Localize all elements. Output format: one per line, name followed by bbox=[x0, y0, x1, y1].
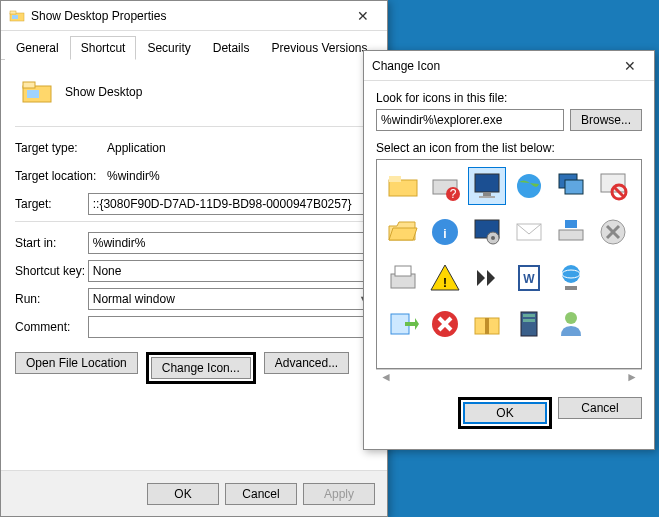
svg-text:?: ? bbox=[450, 187, 457, 201]
highlight-change-icon: Change Icon... bbox=[146, 352, 256, 384]
advanced-button[interactable]: Advanced... bbox=[264, 352, 349, 374]
blank-icon[interactable] bbox=[595, 306, 631, 342]
properties-footer: OK Cancel Apply bbox=[1, 470, 387, 516]
tab-general[interactable]: General bbox=[5, 36, 70, 60]
svg-rect-47 bbox=[523, 319, 535, 322]
windows-cascade-icon[interactable] bbox=[553, 168, 589, 204]
screen-blocked-icon[interactable] bbox=[595, 168, 631, 204]
folder-icon[interactable] bbox=[385, 168, 421, 204]
envelope-icon[interactable] bbox=[511, 214, 547, 250]
cancel-button[interactable]: Cancel bbox=[225, 483, 297, 505]
look-for-label: Look for icons in this file: bbox=[376, 91, 642, 105]
folder-icon bbox=[9, 8, 25, 24]
start-in-label: Start in: bbox=[15, 236, 88, 250]
shortcut-key-input[interactable] bbox=[88, 260, 373, 282]
info-icon[interactable]: i bbox=[427, 214, 463, 250]
svg-rect-2 bbox=[12, 15, 18, 19]
change-icon-window: Change Icon ✕ Look for icons in this fil… bbox=[363, 50, 655, 450]
svg-text:!: ! bbox=[443, 276, 447, 290]
svg-text:i: i bbox=[443, 227, 446, 241]
run-select-value: Normal window bbox=[93, 292, 175, 306]
change-icon-body: Look for icons in this file: Browse... S… bbox=[364, 81, 654, 439]
tab-bar: General Shortcut Security Details Previo… bbox=[1, 31, 387, 60]
user-account-icon[interactable] bbox=[553, 306, 589, 342]
ok-button[interactable]: OK bbox=[147, 483, 219, 505]
shortcut-key-label: Shortcut key: bbox=[15, 264, 88, 278]
svg-point-48 bbox=[565, 312, 577, 324]
properties-window: Show Desktop Properties ✕ General Shortc… bbox=[0, 0, 388, 517]
svg-rect-38 bbox=[565, 286, 577, 290]
icon-path-input[interactable] bbox=[376, 109, 564, 131]
tab-security[interactable]: Security bbox=[136, 36, 201, 60]
change-icon-button[interactable]: Change Icon... bbox=[151, 357, 251, 379]
svg-rect-6 bbox=[389, 180, 417, 196]
open-folder-icon[interactable] bbox=[385, 214, 421, 250]
svg-rect-13 bbox=[479, 196, 495, 198]
run-select[interactable]: Normal window ▼ bbox=[88, 288, 373, 310]
tab-previous-versions[interactable]: Previous Versions bbox=[260, 36, 378, 60]
fast-forward-icon[interactable] bbox=[469, 260, 505, 296]
gear-monitor-icon[interactable] bbox=[469, 214, 505, 250]
start-in-input[interactable] bbox=[88, 232, 373, 254]
network-drive-icon[interactable] bbox=[553, 214, 589, 250]
close-icon[interactable]: ✕ bbox=[610, 52, 650, 80]
comment-input[interactable] bbox=[88, 316, 373, 338]
svg-rect-12 bbox=[483, 192, 491, 196]
cancel-button[interactable]: Cancel bbox=[558, 397, 642, 419]
delete-circle-icon[interactable] bbox=[595, 214, 631, 250]
icon-list[interactable]: ? i ! W bbox=[376, 159, 642, 369]
target-location-value: %windir% bbox=[107, 169, 373, 183]
printer-help-icon[interactable]: ? bbox=[427, 168, 463, 204]
svg-text:W: W bbox=[523, 272, 535, 286]
globe-network-icon[interactable] bbox=[553, 260, 589, 296]
properties-titlebar: Show Desktop Properties ✕ bbox=[1, 1, 387, 31]
compressed-folder-icon[interactable] bbox=[469, 306, 505, 342]
close-icon[interactable]: ✕ bbox=[343, 2, 383, 30]
shortcut-large-icon bbox=[21, 76, 53, 108]
highlight-ok: OK bbox=[458, 397, 552, 429]
warning-icon[interactable]: ! bbox=[427, 260, 463, 296]
fax-icon[interactable] bbox=[385, 260, 421, 296]
monitor-icon[interactable] bbox=[469, 168, 505, 204]
target-input[interactable] bbox=[88, 193, 373, 215]
svg-point-36 bbox=[562, 265, 580, 283]
run-label: Run: bbox=[15, 292, 88, 306]
svg-point-24 bbox=[491, 236, 495, 240]
export-icon[interactable] bbox=[385, 306, 421, 342]
svg-rect-27 bbox=[565, 220, 577, 228]
svg-rect-11 bbox=[475, 174, 499, 192]
horizontal-scrollbar[interactable]: ◄► bbox=[376, 369, 642, 383]
properties-title: Show Desktop Properties bbox=[31, 9, 343, 23]
target-label: Target: bbox=[15, 197, 88, 211]
shortcut-name: Show Desktop bbox=[65, 85, 142, 99]
change-icon-title: Change Icon bbox=[372, 59, 610, 73]
server-icon[interactable] bbox=[511, 306, 547, 342]
change-icon-titlebar: Change Icon ✕ bbox=[364, 51, 654, 81]
properties-body: Show Desktop Target type: Application Ta… bbox=[1, 60, 387, 394]
svg-rect-1 bbox=[10, 11, 16, 14]
svg-rect-44 bbox=[485, 318, 489, 334]
svg-rect-26 bbox=[559, 230, 583, 240]
comment-label: Comment: bbox=[15, 320, 88, 334]
svg-rect-32 bbox=[395, 266, 411, 276]
target-type-label: Target type: bbox=[15, 141, 107, 155]
svg-rect-5 bbox=[27, 90, 39, 98]
select-icon-label: Select an icon from the list below: bbox=[376, 141, 642, 155]
svg-rect-46 bbox=[523, 314, 535, 317]
target-type-value: Application bbox=[107, 141, 373, 155]
svg-rect-16 bbox=[565, 180, 583, 194]
svg-rect-7 bbox=[389, 176, 401, 182]
apply-button[interactable]: Apply bbox=[303, 483, 375, 505]
blank-icon[interactable] bbox=[595, 260, 631, 296]
globe-icon[interactable] bbox=[511, 168, 547, 204]
word-icon[interactable]: W bbox=[511, 260, 547, 296]
ok-button[interactable]: OK bbox=[463, 402, 547, 424]
tab-details[interactable]: Details bbox=[202, 36, 261, 60]
open-file-location-button[interactable]: Open File Location bbox=[15, 352, 138, 374]
svg-rect-4 bbox=[23, 82, 35, 88]
tab-shortcut[interactable]: Shortcut bbox=[70, 36, 137, 60]
error-icon[interactable] bbox=[427, 306, 463, 342]
target-location-label: Target location: bbox=[15, 169, 107, 183]
browse-button[interactable]: Browse... bbox=[570, 109, 642, 131]
